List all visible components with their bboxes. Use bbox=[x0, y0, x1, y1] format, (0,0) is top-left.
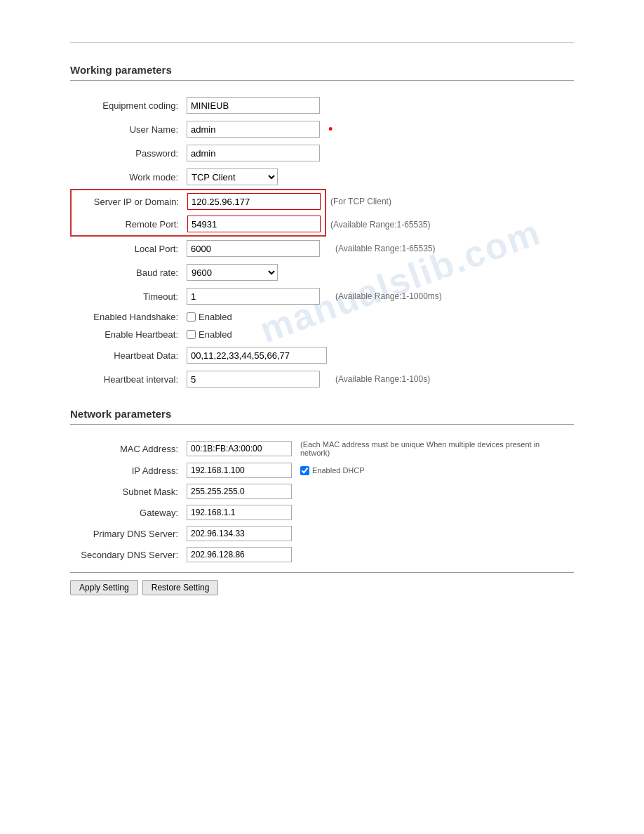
baud-rate-hint bbox=[331, 260, 574, 284]
restore-setting-button[interactable]: Restore Setting bbox=[142, 580, 219, 595]
enable-heartbeat-checkbox[interactable] bbox=[187, 330, 196, 339]
enabled-handshake-checkbox[interactable] bbox=[187, 312, 196, 322]
timeout-hint: (Available Range:1-1000ms) bbox=[331, 284, 574, 308]
ip-dhcp-cell: Enabled DHCP bbox=[296, 460, 574, 481]
work-mode-select[interactable]: TCP Client TCP Server UDP bbox=[187, 168, 278, 185]
working-params-table: Equipment coding: User Name: • Password: bbox=[70, 93, 574, 189]
server-ip-row: Server IP or Domain: (For TCP Client) bbox=[71, 190, 573, 213]
local-port-label: Local Port: bbox=[70, 237, 182, 260]
timeout-label: Timeout: bbox=[70, 284, 182, 308]
baud-rate-label: Baud rate: bbox=[70, 260, 182, 284]
subnet-mask-input-cell bbox=[182, 481, 296, 502]
heartbeat-data-input-cell bbox=[182, 343, 331, 367]
username-input-cell bbox=[182, 117, 324, 141]
equipment-coding-input-cell bbox=[182, 93, 324, 117]
password-input-cell bbox=[182, 141, 324, 165]
local-port-hint: (Available Range:1-65535) bbox=[331, 237, 574, 260]
server-ip-label: Server IP or Domain: bbox=[71, 190, 183, 213]
work-mode-hint bbox=[324, 165, 574, 189]
secondary-dns-row: Secondary DNS Server: bbox=[70, 544, 574, 565]
heartbeat-data-hint bbox=[331, 343, 574, 367]
highlighted-params-table: Server IP or Domain: (For TCP Client) Re… bbox=[70, 189, 574, 237]
work-mode-label: Work mode: bbox=[70, 165, 182, 189]
equipment-coding-label: Equipment coding: bbox=[70, 93, 182, 117]
work-mode-row: Work mode: TCP Client TCP Server UDP bbox=[70, 165, 574, 189]
heartbeat-interval-label: Heartbeat interval: bbox=[70, 367, 182, 391]
local-port-input-cell bbox=[182, 237, 331, 260]
subnet-mask-row: Subnet Mask: bbox=[70, 481, 574, 502]
equipment-coding-hint bbox=[324, 93, 574, 117]
password-label: Password: bbox=[70, 141, 182, 165]
gateway-input[interactable] bbox=[187, 505, 292, 520]
username-label: User Name: bbox=[70, 117, 182, 141]
heartbeat-data-input[interactable] bbox=[187, 347, 327, 364]
enable-heartbeat-checkbox-label: Enabled bbox=[187, 329, 327, 340]
ip-address-input[interactable] bbox=[187, 463, 292, 478]
gateway-input-cell bbox=[182, 502, 296, 523]
server-ip-input-cell bbox=[183, 190, 326, 213]
red-dot: • bbox=[328, 122, 333, 136]
working-params-lower-table: Local Port: (Available Range:1-65535) Ba… bbox=[70, 237, 574, 391]
username-input[interactable] bbox=[187, 121, 320, 138]
gateway-label: Gateway: bbox=[70, 502, 182, 523]
remote-port-row: Remote Port: (Available Range:1-65535) bbox=[71, 213, 573, 236]
timeout-input[interactable] bbox=[187, 288, 320, 305]
baud-rate-row: Baud rate: 1200 2400 4800 9600 19200 384… bbox=[70, 260, 574, 284]
secondary-dns-input-cell bbox=[182, 544, 296, 565]
subnet-mask-input[interactable] bbox=[187, 484, 292, 499]
remote-port-input-cell bbox=[183, 213, 326, 236]
primary-dns-input[interactable] bbox=[187, 526, 292, 541]
timeout-input-cell bbox=[182, 284, 331, 308]
local-port-row: Local Port: (Available Range:1-65535) bbox=[70, 237, 574, 260]
equipment-coding-input[interactable] bbox=[187, 97, 320, 114]
ip-address-input-cell bbox=[182, 460, 296, 481]
enabled-handshake-text: Enabled bbox=[199, 312, 232, 322]
mac-address-row: MAC Address: (Each MAC address must be u… bbox=[70, 437, 574, 460]
bottom-divider bbox=[70, 572, 574, 573]
timeout-row: Timeout: (Available Range:1-1000ms) bbox=[70, 284, 574, 308]
secondary-dns-input[interactable] bbox=[187, 547, 292, 562]
enabled-handshake-row: Enabled Handshake: Enabled bbox=[70, 308, 574, 326]
top-divider bbox=[70, 42, 574, 43]
enable-heartbeat-checkbox-cell: Enabled bbox=[182, 326, 331, 343]
local-port-input[interactable] bbox=[187, 240, 320, 257]
username-hint: • bbox=[324, 117, 574, 141]
ip-address-row: IP Address: Enabled DHCP bbox=[70, 460, 574, 481]
network-params-title: Network parameters bbox=[70, 408, 574, 420]
heartbeat-interval-input[interactable] bbox=[187, 371, 320, 388]
enabled-handshake-checkbox-cell: Enabled bbox=[182, 308, 331, 326]
subnet-mask-hint bbox=[296, 481, 574, 502]
server-ip-input[interactable] bbox=[187, 193, 321, 210]
gateway-row: Gateway: bbox=[70, 502, 574, 523]
button-row: Apply Setting Restore Setting bbox=[70, 580, 574, 595]
username-row: User Name: • bbox=[70, 117, 574, 141]
heartbeat-data-label: Heartbeat Data: bbox=[70, 343, 182, 367]
password-row: Password: bbox=[70, 141, 574, 165]
mac-address-label: MAC Address: bbox=[70, 437, 182, 460]
password-hint bbox=[324, 141, 574, 165]
gateway-hint bbox=[296, 502, 574, 523]
working-params-title: Working parameters bbox=[70, 64, 574, 76]
working-params-divider bbox=[70, 80, 574, 81]
ip-address-label: IP Address: bbox=[70, 460, 182, 481]
baud-rate-select-cell: 1200 2400 4800 9600 19200 38400 57600 11… bbox=[182, 260, 331, 284]
mac-address-input[interactable] bbox=[187, 441, 292, 456]
heartbeat-interval-row: Heartbeat interval: (Available Range:1-1… bbox=[70, 367, 574, 391]
baud-rate-select[interactable]: 1200 2400 4800 9600 19200 38400 57600 11… bbox=[187, 264, 278, 281]
primary-dns-input-cell bbox=[182, 523, 296, 544]
network-params-divider bbox=[70, 424, 574, 425]
remote-port-input[interactable] bbox=[187, 216, 321, 232]
enabled-handshake-hint bbox=[331, 308, 574, 326]
primary-dns-hint bbox=[296, 523, 574, 544]
enable-heartbeat-label: Enable Heartbeat: bbox=[70, 326, 182, 343]
password-input[interactable] bbox=[187, 145, 320, 161]
server-ip-hint: (For TCP Client) bbox=[326, 190, 573, 213]
apply-setting-button[interactable]: Apply Setting bbox=[70, 580, 138, 595]
enabled-handshake-checkbox-label: Enabled bbox=[187, 312, 327, 322]
enable-heartbeat-hint bbox=[331, 326, 574, 343]
network-params-table: MAC Address: (Each MAC address must be u… bbox=[70, 437, 574, 565]
mac-address-input-cell bbox=[182, 437, 296, 460]
enable-heartbeat-text: Enabled bbox=[199, 329, 232, 340]
ip-dhcp-checkbox[interactable] bbox=[300, 466, 309, 475]
enabled-handshake-label: Enabled Handshake: bbox=[70, 308, 182, 326]
